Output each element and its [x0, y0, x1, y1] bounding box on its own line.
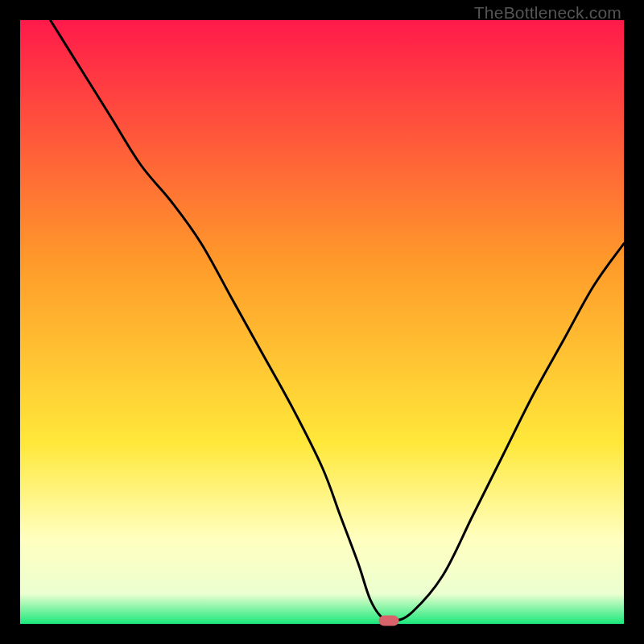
- bottleneck-curve: [51, 20, 625, 621]
- watermark-text: TheBottleneck.com: [474, 3, 621, 23]
- chart-curve-layer: [20, 20, 624, 624]
- optimal-point-marker: [378, 616, 398, 626]
